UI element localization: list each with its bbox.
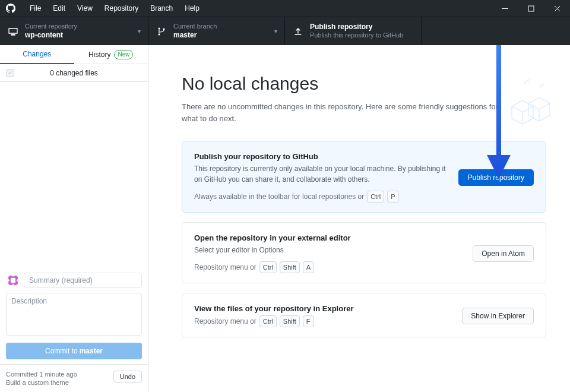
kbd-f: F bbox=[303, 315, 314, 327]
window-maximize-icon[interactable] bbox=[518, 0, 544, 17]
chevron-down-icon: ▾ bbox=[138, 28, 141, 34]
svg-point-2 bbox=[158, 33, 160, 35]
kbd-shift: Shift bbox=[280, 261, 300, 273]
changed-files-bar[interactable]: ✓ 0 changed files bbox=[0, 64, 148, 82]
current-repository-selector[interactable]: Current repository wp-content ▾ bbox=[0, 17, 148, 45]
card-editor-title: Open the repository in your external edi… bbox=[194, 233, 461, 242]
card-publish-title: Publish your repository to GitHub bbox=[194, 152, 446, 161]
tab-history-label: History bbox=[88, 50, 110, 59]
chevron-down-icon: ▾ bbox=[274, 28, 277, 34]
titlebar: File Edit View Repository Branch Help bbox=[0, 0, 570, 17]
window-minimize-icon[interactable] bbox=[492, 0, 518, 17]
kbd-ctrl: Ctrl bbox=[259, 315, 277, 327]
recent-commit-message: Build a custom theme bbox=[6, 379, 77, 386]
card-publish-desc: This repository is currently only availa… bbox=[194, 163, 446, 185]
commit-button-prefix: Commit to bbox=[45, 347, 78, 355]
recent-commit: Committed 1 minute ago Build a custom th… bbox=[0, 364, 148, 392]
changed-files-count: 0 changed files bbox=[50, 69, 98, 77]
repo-label: Current repository bbox=[25, 23, 77, 31]
tab-changes[interactable]: Changes bbox=[0, 45, 74, 64]
tab-changes-label: Changes bbox=[23, 50, 51, 58]
current-branch-selector[interactable]: Current branch master ▾ bbox=[148, 17, 285, 45]
select-all-checkbox[interactable]: ✓ bbox=[6, 69, 14, 77]
window-close-icon[interactable] bbox=[544, 0, 570, 17]
publish-subtitle: Publish this repository to GitHub bbox=[310, 31, 403, 40]
toolbar: Current repository wp-content ▾ Current … bbox=[0, 17, 570, 45]
svg-rect-8 bbox=[11, 278, 15, 283]
avatar-icon bbox=[6, 273, 20, 287]
card-editor: Open the repository in your external edi… bbox=[182, 222, 546, 283]
publish-repository-button[interactable]: Publish repository bbox=[458, 169, 534, 186]
kbd-ctrl: Ctrl bbox=[367, 191, 384, 203]
kbd-p: P bbox=[387, 191, 398, 203]
card-explorer: View the files of your repository in Exp… bbox=[182, 293, 546, 337]
menu-view[interactable]: View bbox=[71, 4, 99, 12]
illustration-icon bbox=[488, 74, 553, 127]
tab-history[interactable]: History New bbox=[74, 45, 148, 64]
page-lead: There are no uncommitted changes in this… bbox=[182, 101, 502, 124]
menu-help[interactable]: Help bbox=[179, 4, 205, 12]
branch-value: master bbox=[173, 31, 217, 40]
github-logo-icon bbox=[6, 4, 15, 13]
svg-point-3 bbox=[163, 28, 164, 30]
file-list-empty bbox=[0, 82, 148, 268]
card-editor-desc: Select your editor in Options bbox=[194, 245, 461, 255]
sidebar: Changes History New ✓ 0 changed files Co… bbox=[0, 45, 148, 392]
kbd-ctrl: Ctrl bbox=[259, 261, 277, 273]
recent-commit-time: Committed 1 minute ago bbox=[6, 371, 77, 378]
main-panel: No local changes There are no uncommitte… bbox=[148, 45, 570, 392]
git-branch-icon bbox=[157, 27, 166, 36]
desktop-icon bbox=[8, 27, 18, 36]
kbd-a: A bbox=[303, 261, 314, 273]
svg-point-1 bbox=[158, 27, 160, 29]
summary-input[interactable] bbox=[24, 273, 142, 288]
undo-button[interactable]: Undo bbox=[113, 371, 142, 382]
card-explorer-title: View the files of your repository in Exp… bbox=[194, 304, 450, 313]
menu-repository[interactable]: Repository bbox=[99, 4, 144, 12]
card-publish: Publish your repository to GitHub This r… bbox=[182, 141, 546, 213]
publish-repository-toolbar[interactable]: Publish repository Publish this reposito… bbox=[285, 17, 422, 45]
options-link[interactable]: Options bbox=[259, 246, 283, 254]
menu-edit[interactable]: Edit bbox=[47, 4, 71, 12]
kbd-shift: Shift bbox=[280, 315, 300, 327]
description-input[interactable] bbox=[6, 293, 142, 336]
svg-rect-0 bbox=[528, 6, 534, 11]
show-in-explorer-button[interactable]: Show in Explorer bbox=[462, 308, 534, 324]
menu-file[interactable]: File bbox=[24, 4, 47, 12]
commit-button[interactable]: Commit to master bbox=[6, 343, 142, 359]
open-in-atom-button[interactable]: Open in Atom bbox=[473, 245, 534, 262]
menu-branch[interactable]: Branch bbox=[144, 4, 179, 12]
card-editor-hint: Repository menu or Ctrl Shift A bbox=[194, 261, 461, 273]
repo-value: wp-content bbox=[25, 31, 77, 40]
commit-form: Commit to master bbox=[0, 268, 148, 364]
branch-label: Current branch bbox=[173, 23, 217, 31]
card-publish-hint: Always available in the toolbar for loca… bbox=[194, 191, 446, 203]
commit-button-branch: master bbox=[80, 347, 103, 355]
sidebar-tabs: Changes History New bbox=[0, 45, 148, 64]
upload-icon bbox=[293, 27, 303, 36]
publish-title: Publish repository bbox=[310, 23, 403, 31]
card-explorer-hint: Repository menu or Ctrl Shift F bbox=[194, 315, 450, 327]
new-badge: New bbox=[114, 50, 133, 59]
